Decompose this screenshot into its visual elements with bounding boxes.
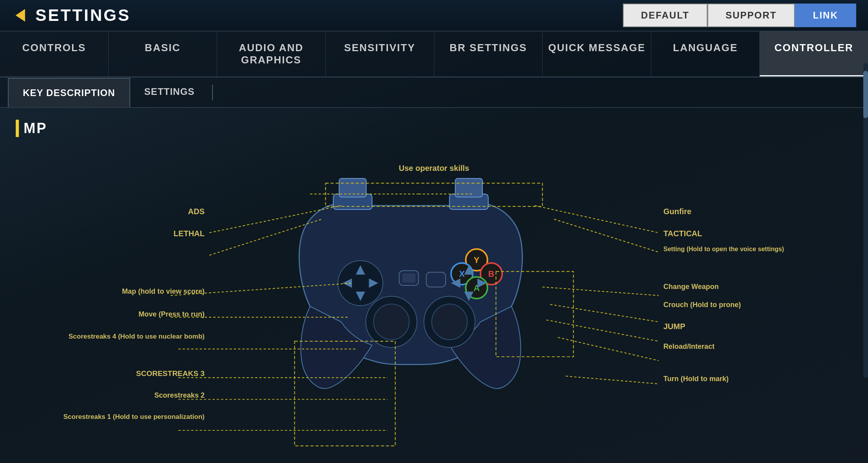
svg-line-41 [554,219,659,252]
svg-point-15 [424,296,475,348]
label-scorestreaks1: Scorestreaks 1 (Hold to use personalizat… [16,413,205,421]
svg-marker-9 [369,278,379,288]
label-lethal: LETHAL [16,229,205,238]
tab-basic[interactable]: BASIC [109,31,217,76]
tab-controller[interactable]: CONTROLLER [760,31,868,76]
svg-rect-4 [455,178,482,197]
svg-marker-29 [477,278,487,288]
svg-line-44 [546,320,658,341]
svg-point-17 [463,277,475,289]
mp-bar-icon [16,120,19,137]
svg-line-33 [209,219,321,256]
header-left: SETTINGS [12,6,131,25]
svg-marker-8 [343,278,352,288]
svg-rect-14 [426,272,445,287]
svg-text:X: X [459,269,465,279]
svg-point-24 [466,277,488,298]
back-button[interactable] [12,7,29,24]
label-reload: Reload/Interact [663,343,852,351]
svg-point-18 [466,249,488,270]
label-jump: JUMP [663,322,852,331]
mp-title: MP [24,120,47,137]
link-button[interactable]: LINK [795,4,856,27]
svg-marker-27 [464,292,474,301]
svg-point-20 [451,263,473,285]
svg-rect-12 [399,271,418,285]
svg-text:Y: Y [474,255,480,265]
svg-point-16 [432,304,467,340]
label-tactical: TACTICAL [663,229,852,238]
tab-br-settings[interactable]: BR SETTINGS [434,31,543,76]
header: SETTINGS DEFAULT SUPPORT LINK [0,0,868,31]
page-title: SETTINGS [35,6,131,25]
tab-quick-message[interactable]: QUICK MESSAGE [543,31,651,76]
svg-line-42 [543,287,659,296]
label-operator-skills: Use operator skills [399,164,469,173]
svg-rect-1 [333,194,372,209]
svg-marker-26 [464,265,474,275]
nav-tabs: CONTROLS BASIC AUDIO AND GRAPHICS SENSIT… [0,31,868,78]
svg-rect-48 [496,272,573,357]
svg-point-11 [373,304,409,340]
svg-marker-7 [356,292,365,301]
svg-rect-47 [325,183,542,206]
label-scorestreaks2: Scorestreaks 2 [16,391,205,400]
label-crouch: Crouch (Hold to prone) [663,301,852,309]
svg-line-45 [558,337,659,361]
svg-line-32 [209,206,341,233]
subtab-settings[interactable]: SETTINGS [130,78,209,107]
subtab-divider [212,85,213,100]
label-ads: ADS [16,207,205,216]
sub-tabs: KEY DESCRIPTION SETTINGS [0,78,868,108]
label-scorestreaks3: SCORESTREAKS 3 [16,369,205,378]
svg-point-22 [480,263,502,285]
svg-marker-0 [16,10,25,21]
svg-marker-6 [356,265,365,275]
main-content: MP [0,108,868,463]
mp-header: MP [16,120,852,137]
tab-sensitivity[interactable]: SENSITIVITY [326,31,434,76]
svg-rect-49 [295,341,395,446]
svg-rect-2 [339,178,366,197]
default-button[interactable]: DEFAULT [623,4,707,27]
label-scorestreaks4: Scorestreaks 4 (Hold to use nuclear bomb… [16,332,205,341]
svg-text:A: A [473,283,480,293]
scrollbar[interactable] [863,63,868,378]
label-change-weapon: Change Weapon [663,283,852,291]
svg-line-40 [535,206,659,233]
tab-controls[interactable]: CONTROLS [0,31,109,76]
subtab-key-description[interactable]: KEY DESCRIPTION [8,78,130,107]
svg-line-46 [566,376,659,384]
label-move: Move (Press to run) [16,310,205,319]
label-map: Map (hold to view score) [16,287,205,296]
header-buttons: DEFAULT SUPPORT LINK [623,4,856,27]
svg-text:B: B [488,269,495,279]
support-button[interactable]: SUPPORT [707,4,795,27]
svg-point-5 [338,261,383,306]
svg-rect-3 [449,194,488,209]
tab-audio-graphics[interactable]: AUDIO AND GRAPHICS [217,31,326,76]
label-gunfire: Gunfire [663,207,852,216]
svg-point-10 [366,296,417,348]
svg-rect-13 [402,273,415,283]
label-setting: Setting (Hold to open the voice settings… [663,246,852,253]
svg-line-43 [550,304,659,322]
scrollbar-thumb[interactable] [863,71,868,118]
label-turn: Turn (Hold to mark) [663,375,852,383]
svg-marker-28 [451,278,460,288]
tab-language[interactable]: LANGUAGE [651,31,760,76]
diagram-area: Y X B A [16,149,852,463]
